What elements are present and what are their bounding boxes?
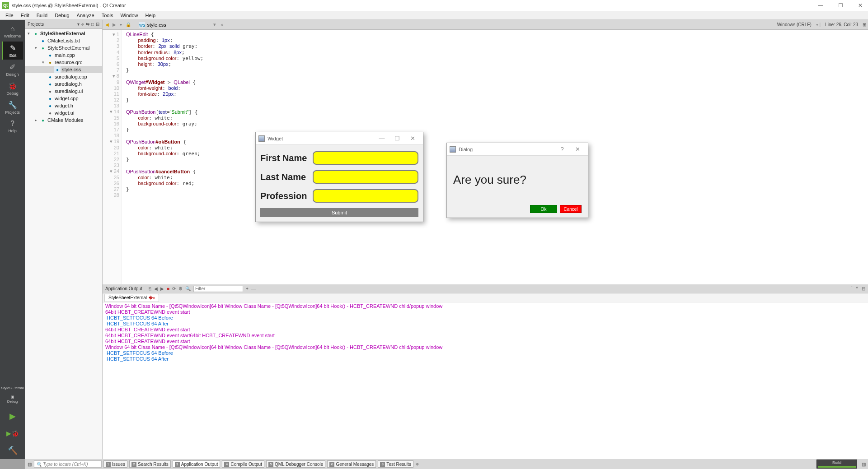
toggle-right-icon[interactable]: ▥ (859, 462, 868, 467)
status-more-icon[interactable]: ≑ (415, 462, 419, 467)
run-debug-button[interactable]: ▶🐞 (6, 427, 19, 440)
close-button[interactable]: ✕ (854, 2, 866, 9)
status-tab-compile-output[interactable]: 4Compile Output (222, 460, 264, 468)
status-tab-issues[interactable]: 1Issues (103, 460, 127, 468)
tree-item[interactable]: ●suredialog.ui (25, 88, 102, 95)
dialog-question: Are you sure? (453, 173, 582, 187)
open-file-tab[interactable]: ws style.css ▾ × (136, 21, 227, 29)
tree-item[interactable]: ●widget.ui (25, 109, 102, 116)
widget-titlebar[interactable]: Widget — ☐ ✕ (256, 132, 423, 145)
menu-file[interactable]: File (2, 13, 17, 18)
tree-item[interactable]: ▾●StyleSheetExternal (25, 30, 102, 37)
output-close-icon[interactable]: ⊟ (862, 286, 865, 291)
output-body[interactable]: Window 64 bit Class Name - [Qt5QWindowIc… (103, 302, 868, 459)
window-title: style.css (styles @ StyleSheetExternal) … (12, 3, 815, 8)
output-max-icon[interactable]: ^ (856, 286, 858, 291)
menu-analyze[interactable]: Analyze (73, 13, 98, 18)
output-settings-icon[interactable]: ⚙ (178, 286, 183, 291)
nav-back-button[interactable]: ◀ (104, 22, 110, 27)
project-tree[interactable]: ▾●StyleSheetExternal●CMakeLists.txt▾●Sty… (25, 29, 102, 125)
tree-item[interactable]: ●style.css (25, 66, 102, 73)
status-tab-search-results[interactable]: 2Search Results (129, 460, 171, 468)
output-tab-close[interactable]: �× (149, 296, 155, 300)
build-button[interactable]: 🔨 (6, 444, 19, 457)
menu-build[interactable]: Build (33, 13, 51, 18)
status-tab-general-messages[interactable]: 6General Messages (327, 460, 376, 468)
output-collapse-icon[interactable]: — (251, 286, 256, 291)
mode-help[interactable]: ?Help (2, 117, 23, 135)
nav-fwd-button[interactable]: ▶ (112, 22, 117, 27)
run-button[interactable]: ▶ (6, 409, 19, 423)
dialog-window[interactable]: Dialog ? ✕ Are you sure? Ok Cancel (446, 143, 588, 218)
cancel-button[interactable]: Cancel (560, 205, 582, 213)
window-controls: — ☐ ✕ (815, 2, 866, 9)
projects-close-icon[interactable]: ⊟ (96, 22, 99, 27)
encoding-label[interactable]: Windows (CRLF) (777, 22, 812, 27)
line-edit[interactable] (313, 189, 418, 203)
split-editor-button[interactable]: ⊞ (863, 22, 866, 27)
line-edit[interactable] (313, 151, 418, 165)
output-min-icon[interactable]: ˇ (851, 286, 852, 291)
ok-button[interactable]: Ok (530, 205, 557, 213)
menu-window[interactable]: Window (117, 13, 141, 18)
mode-debug[interactable]: 🐞Debug (2, 79, 23, 98)
hide-sidebar-icon[interactable]: ▥ (25, 462, 34, 467)
tree-item[interactable]: ▾●StyleSheetExternal (25, 44, 102, 51)
menu-help[interactable]: Help (142, 13, 160, 18)
output-next-icon[interactable]: ▶ (160, 286, 164, 291)
tree-item[interactable]: ●suredialog.cpp (25, 73, 102, 80)
projects-sync-icon[interactable]: ⇆ (86, 22, 89, 27)
output-tabs: StyleSheetExternal �× (103, 293, 868, 302)
dialog-help-button[interactable]: ? (554, 146, 570, 153)
build-progress[interactable]: Build (816, 460, 857, 469)
widget-min-button[interactable]: — (374, 135, 389, 142)
dialog-titlebar[interactable]: Dialog ? ✕ (447, 143, 588, 156)
status-tab-qml-debugger-console[interactable]: 5QML Debugger Console (266, 460, 325, 468)
kit-selector[interactable]: StyleS...ternal ▣ Debug (1, 386, 24, 404)
statusbar: ▥ 🔍 Type to locate (Ctrl+K) 1Issues2Sear… (25, 459, 868, 469)
lock-icon[interactable]: 🔒 (125, 22, 132, 27)
submit-button[interactable]: Submit (260, 208, 418, 217)
output-prev-icon[interactable]: ◀ (154, 286, 158, 291)
output-rerun-icon[interactable]: ⟳ (172, 286, 176, 291)
widget-window[interactable]: Widget — ☐ ✕ First NameLast NameProfessi… (255, 132, 423, 222)
projects-link-icon[interactable]: ⎆ (81, 22, 84, 27)
widget-max-button[interactable]: ☐ (389, 135, 405, 142)
output-add-icon[interactable]: + (246, 286, 249, 291)
status-tab-application-output[interactable]: 3Application Output (173, 460, 221, 468)
mode-edit[interactable]: ✎Edit (2, 42, 23, 60)
nav-history-button[interactable]: ▾ (119, 22, 123, 27)
line-edit[interactable] (313, 170, 418, 184)
status-tab-test-results[interactable]: 8Test Results (378, 460, 413, 468)
widget-title: Widget (267, 136, 374, 141)
menu-tools[interactable]: Tools (98, 13, 117, 18)
tree-item[interactable]: ●CMakeLists.txt (25, 37, 102, 44)
menu-edit[interactable]: Edit (17, 13, 33, 18)
menu-debug[interactable]: Debug (51, 13, 73, 18)
dialog-close-button[interactable]: ✕ (570, 146, 585, 153)
mode-design[interactable]: ✐Design (2, 60, 23, 79)
dialog-title: Dialog (459, 147, 554, 152)
widget-close-button[interactable]: ✕ (405, 135, 420, 142)
tree-item[interactable]: ●widget.cpp (25, 95, 102, 102)
output-tab[interactable]: StyleSheetExternal �× (104, 294, 159, 302)
projects-split-icon[interactable]: □ (91, 22, 94, 27)
projects-filter-icon[interactable]: ▾ (77, 22, 80, 27)
output-header: Application Output ⎘ ◀ ▶ ■ ⟳ ⚙ 🔍 + — ˇ ^… (103, 284, 868, 293)
output-stop-icon[interactable]: ■ (167, 286, 169, 291)
mode-welcome[interactable]: ⌂Welcome (2, 23, 23, 41)
tree-item[interactable]: ▾●resource.qrc (25, 59, 102, 66)
cursor-position[interactable]: Line: 26, Col: 23 (825, 22, 858, 27)
output-attach-icon[interactable]: ⎘ (149, 286, 151, 291)
tree-item[interactable]: ●main.cpp (25, 51, 102, 59)
tab-close-button[interactable]: × (221, 22, 223, 28)
mode-projects[interactable]: 🔧Projects (2, 98, 23, 116)
tree-item[interactable]: ●widget.h (25, 102, 102, 109)
maximize-button[interactable]: ☐ (835, 2, 846, 9)
minimize-button[interactable]: — (815, 2, 826, 9)
editor-gutter: ▾ 1234567▾ 8910111213▾ 1415161718▾ 19202… (103, 30, 122, 284)
output-filter-input[interactable] (193, 286, 243, 292)
tree-item[interactable]: ●suredialog.h (25, 80, 102, 88)
locator-input[interactable]: 🔍 Type to locate (Ctrl+K) (34, 460, 102, 468)
tree-item[interactable]: ▸●CMake Modules (25, 116, 102, 124)
